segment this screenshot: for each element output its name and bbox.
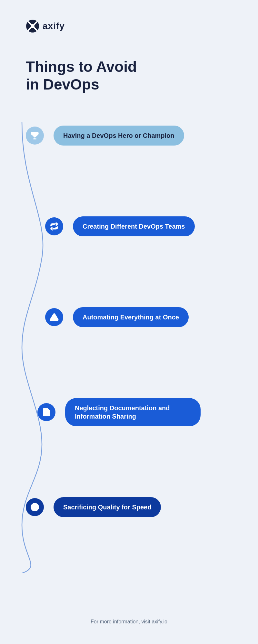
icon-circle-3: [45, 308, 63, 326]
trophy-icon: [30, 131, 39, 140]
item-pill-3: Automating Everything at Once: [73, 307, 189, 327]
logo-text: axify: [43, 21, 65, 31]
footer: For more information, visit axify.io: [0, 619, 258, 625]
timeline-item-2: Creating Different DevOps Teams: [32, 216, 258, 236]
sync-icon: [50, 222, 59, 231]
item-pill-5: Sacrificing Quality for Speed: [54, 497, 161, 517]
timeline-item-5: Sacrificing Quality for Speed: [13, 497, 258, 517]
page-title: Things to Avoid in DevOps: [26, 58, 137, 93]
timeline-item-3: Automating Everything at Once: [32, 307, 258, 327]
item-pill-4: Neglecting Documentation and Information…: [65, 398, 201, 426]
timeline-item-1: Having a DevOps Hero or Champion: [13, 126, 258, 146]
icon-circle-4: [37, 403, 55, 421]
svg-point-3: [31, 24, 35, 28]
icon-circle-5: [26, 498, 44, 516]
document-icon: [42, 408, 51, 417]
timeline-item-4: Neglecting Documentation and Information…: [25, 398, 258, 426]
warning-icon: [50, 313, 59, 322]
icon-circle-1: [26, 127, 44, 145]
item-pill-2: Creating Different DevOps Teams: [73, 216, 195, 236]
check-badge-icon: [30, 503, 39, 512]
logo-icon: [26, 19, 39, 33]
logo: axify: [26, 19, 65, 33]
timeline: Having a DevOps Hero or Champion Creatin…: [0, 126, 258, 517]
icon-circle-2: [45, 217, 63, 235]
footer-text: For more information, visit axify.io: [91, 619, 167, 624]
item-pill-1: Having a DevOps Hero or Champion: [54, 126, 184, 146]
